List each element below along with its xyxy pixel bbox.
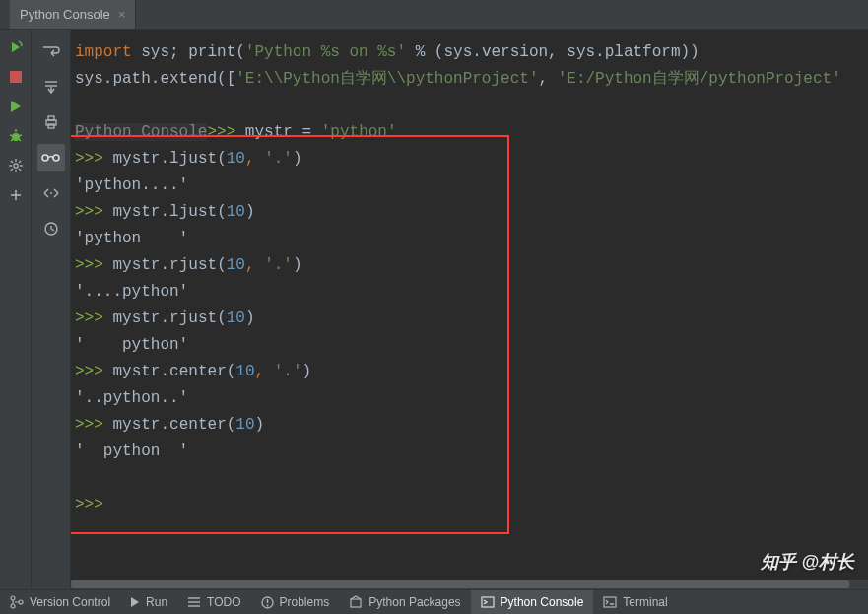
history-icon[interactable] <box>37 215 65 242</box>
status-item-terminal[interactable]: Terminal <box>593 590 677 614</box>
expand-icon[interactable] <box>37 179 65 207</box>
run-icon <box>130 596 140 608</box>
status-item-python-console[interactable]: Python Console <box>471 590 594 614</box>
vcs-icon <box>10 595 24 609</box>
svg-line-14 <box>19 161 21 163</box>
svg-point-25 <box>53 155 59 161</box>
status-label: Python Packages <box>368 595 460 609</box>
svg-line-3 <box>10 135 13 136</box>
problems-icon <box>261 596 274 609</box>
stop-icon[interactable] <box>8 69 24 85</box>
svg-point-24 <box>42 155 48 161</box>
svg-point-30 <box>19 600 23 604</box>
status-item-todo[interactable]: TODO <box>177 590 250 614</box>
status-bar: Version ControlRunTODOProblemsPython Pac… <box>0 589 868 614</box>
console-tab[interactable]: Python Console × <box>10 0 136 29</box>
horizontal-scrollbar[interactable] <box>71 580 868 589</box>
left-icon-gutter <box>0 30 32 589</box>
terminal-icon <box>603 596 617 608</box>
rerun-icon[interactable] <box>8 39 24 55</box>
add-icon[interactable] <box>8 187 24 203</box>
todo-icon <box>187 596 201 608</box>
svg-rect-39 <box>604 597 616 607</box>
status-label: TODO <box>207 595 240 609</box>
svg-point-26 <box>50 192 52 194</box>
svg-rect-23 <box>48 124 54 128</box>
print-icon[interactable] <box>37 108 65 136</box>
status-item-version-control[interactable]: Version Control <box>0 590 120 614</box>
svg-rect-0 <box>10 71 22 83</box>
run-icon[interactable] <box>8 99 24 114</box>
watermark: 知乎 @村长 <box>761 550 854 574</box>
settings-icon[interactable] <box>8 158 24 173</box>
console-icon <box>481 596 495 608</box>
console-code: import sys; print('Python %s on %s' % (s… <box>71 30 868 528</box>
status-label: Version Control <box>30 595 110 609</box>
console-output-area[interactable]: import sys; print('Python %s on %s' % (s… <box>71 30 868 589</box>
status-item-python-packages[interactable]: Python Packages <box>339 590 470 614</box>
status-label: Terminal <box>623 595 667 609</box>
scrollbar-thumb[interactable] <box>71 580 849 588</box>
console-toolbar <box>32 30 71 589</box>
debug-icon[interactable] <box>8 128 24 144</box>
console-tab-bar: Python Console × <box>0 0 868 30</box>
svg-line-6 <box>19 139 21 141</box>
svg-line-15 <box>11 169 13 171</box>
soft-wrap-icon[interactable] <box>37 37 65 65</box>
status-label: Problems <box>280 595 330 609</box>
variables-icon[interactable] <box>37 144 65 171</box>
svg-point-29 <box>11 604 15 608</box>
status-label: Python Console <box>501 595 584 609</box>
svg-line-13 <box>19 169 21 171</box>
scroll-to-end-icon[interactable] <box>37 73 65 101</box>
svg-point-28 <box>11 596 15 600</box>
tab-title: Python Console <box>20 7 110 22</box>
svg-rect-37 <box>351 599 361 607</box>
svg-rect-22 <box>48 116 54 120</box>
svg-line-12 <box>11 161 13 163</box>
close-icon[interactable]: × <box>118 7 126 22</box>
packages-icon <box>349 595 363 609</box>
svg-line-5 <box>11 139 13 141</box>
status-item-problems[interactable]: Problems <box>251 590 340 614</box>
status-item-run[interactable]: Run <box>120 590 177 614</box>
status-label: Run <box>146 595 167 609</box>
svg-point-36 <box>266 604 268 606</box>
svg-point-7 <box>13 164 17 168</box>
svg-line-4 <box>19 135 22 136</box>
